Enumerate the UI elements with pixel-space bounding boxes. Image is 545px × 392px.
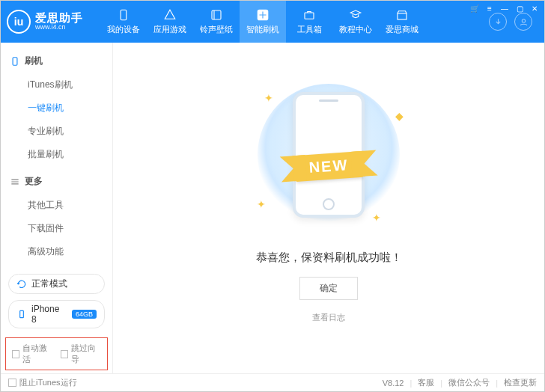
flash-icon [256,8,270,22]
title-bar: iu 爱思助手 www.i4.cn 我的设备 应用游戏 铃声壁纸 智能刷机 [1,1,544,43]
tutorial-icon [349,8,362,22]
nav-label: 爱思商城 [386,24,418,35]
phone-icon [10,56,20,67]
device-name: iPhone 8 [31,304,66,325]
toolbox-icon [302,8,316,22]
auto-activate-checkbox[interactable]: 自动激活 [12,343,53,365]
logo: iu 爱思助手 www.i4.cn [7,10,100,34]
close-button[interactable]: ✕ [529,3,540,13]
nav-flash[interactable]: 智能刷机 [240,1,286,43]
cart-icon[interactable]: 🛒 [469,3,480,13]
window-controls: 🛒 ≡ — ▢ ✕ [469,3,540,13]
block-itunes-checkbox[interactable]: 阻止iTunes运行 [8,377,77,388]
top-nav: 我的设备 应用游戏 铃声壁纸 智能刷机 工具箱 教程中心 [100,1,425,43]
svg-rect-6 [13,57,17,65]
checkbox-label: 跳过向导 [71,343,101,365]
sidebar-item-pro-flash[interactable]: 专业刷机 [1,120,112,143]
checkbox-icon [61,350,68,358]
menu-lines-icon [10,177,20,187]
svg-rect-4 [398,13,407,19]
logo-icon: iu [7,10,31,34]
nav-ringtone[interactable]: 铃声壁纸 [193,1,240,43]
sidebar-item-download-firmware[interactable]: 下载固件 [1,217,112,240]
device-icon [117,8,130,22]
nav-label: 智能刷机 [246,24,279,35]
phone-small-icon [16,309,27,319]
menu-icon[interactable]: ≡ [484,3,495,13]
sidebar-item-advanced[interactable]: 高级功能 [1,240,112,263]
sidebar-section-more: 更多 [1,171,112,192]
maximize-button[interactable]: ▢ [514,3,525,13]
nav-label: 铃声壁纸 [200,24,233,35]
nav-toolbox[interactable]: 工具箱 [286,1,332,43]
support-link[interactable]: 客服 [418,377,434,388]
apps-icon [163,8,177,22]
nav-apps[interactable]: 应用游戏 [147,1,193,43]
new-ribbon: NEW [295,151,363,182]
svg-rect-7 [20,310,24,317]
sparkle-icon: ✦ [257,198,266,210]
sidebar: 刷机 iTunes刷机 一键刷机 专业刷机 批量刷机 更多 其他工具 下载固件 … [1,43,113,373]
nav-label: 应用游戏 [153,24,186,35]
ringtone-icon [210,8,223,22]
version-label: V8.12 [383,379,404,388]
user-button[interactable] [514,13,532,31]
device-pill[interactable]: iPhone 8 64GB [8,300,105,328]
checkbox-icon [8,379,16,387]
nav-label: 教程中心 [339,24,372,35]
svg-rect-3 [305,13,314,19]
check-update-link[interactable]: 检查更新 [504,377,537,388]
storage-badge: 64GB [72,310,97,319]
nav-label: 工具箱 [297,24,322,35]
flash-options-highlight: 自动激活 跳过向导 [5,337,108,370]
status-bar: 阻止iTunes运行 V8.12 | 客服 | 微信公众号 | 检查更新 [1,373,544,391]
ok-button[interactable]: 确定 [299,277,358,300]
sidebar-section-flash: 刷机 [1,50,112,72]
app-title: 爱思助手 [35,12,83,25]
nav-my-device[interactable]: 我的设备 [100,1,147,43]
nav-tutorial[interactable]: 教程中心 [332,1,379,43]
checkbox-icon [12,350,19,358]
success-message: 恭喜您，保资料刷机成功啦！ [256,251,402,265]
checkbox-label: 阻止iTunes运行 [19,377,77,388]
view-log-link[interactable]: 查看日志 [312,312,345,323]
section-title: 刷机 [25,55,43,67]
skip-guide-checkbox[interactable]: 跳过向导 [61,343,102,365]
sidebar-item-batch-flash[interactable]: 批量刷机 [1,143,112,166]
sparkle-icon: ✦ [372,212,381,224]
mode-label: 正常模式 [31,278,67,290]
sidebar-item-other-tools[interactable]: 其他工具 [1,194,112,217]
refresh-icon [16,279,27,290]
store-icon [395,8,409,22]
svg-rect-1 [212,10,221,19]
wechat-link[interactable]: 微信公众号 [448,377,490,388]
download-button[interactable] [489,13,507,31]
svg-rect-0 [121,10,127,20]
section-title: 更多 [25,175,43,188]
sparkle-icon: ◆ [395,110,404,122]
mode-pill[interactable]: 正常模式 [8,274,105,294]
success-illustration: ✦ ✦ ◆ ✦ NEW [239,73,418,237]
sidebar-item-itunes-flash[interactable]: iTunes刷机 [1,73,112,97]
app-subtitle: www.i4.cn [35,24,83,31]
svg-point-5 [522,19,525,22]
sidebar-item-oneclick-flash[interactable]: 一键刷机 [1,97,112,120]
nav-label: 我的设备 [107,24,140,35]
sparkle-icon: ✦ [264,92,273,104]
minimize-button[interactable]: — [499,3,510,13]
nav-store[interactable]: 爱思商城 [379,1,425,43]
main-content: ✦ ✦ ◆ ✦ NEW 恭喜您，保资料刷机成功啦！ 确定 查看日志 [113,43,544,373]
checkbox-label: 自动激活 [22,343,52,365]
